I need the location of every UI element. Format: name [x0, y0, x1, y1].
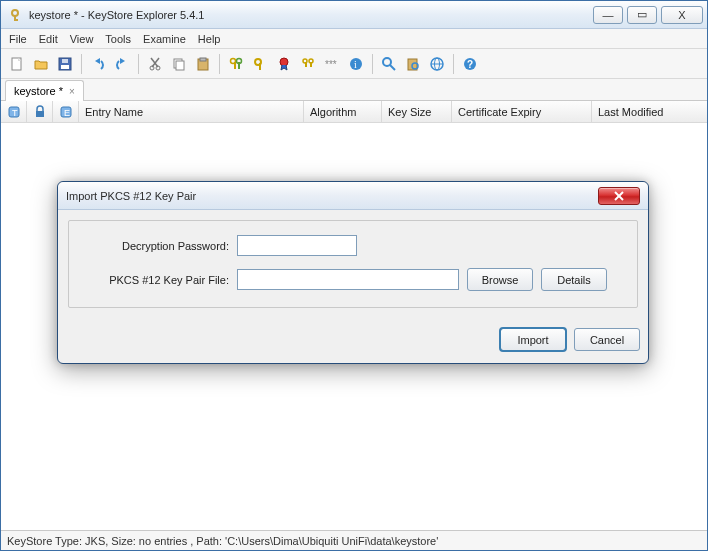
col-cert-expiry[interactable]: Certificate Expiry [452, 101, 592, 122]
menu-tools[interactable]: Tools [105, 33, 131, 45]
svg-rect-19 [234, 62, 236, 69]
menu-examine[interactable]: Examine [143, 33, 186, 45]
col-algorithm[interactable]: Algorithm [304, 101, 382, 122]
close-button[interactable]: X [661, 6, 703, 24]
dialog-body: Decryption Password: PKCS #12 Key Pair F… [58, 210, 648, 318]
svg-text:E: E [64, 108, 70, 118]
minimize-button[interactable]: — [593, 6, 623, 24]
new-file-icon[interactable] [7, 54, 27, 74]
open-folder-icon[interactable] [31, 54, 51, 74]
toolbar: *** i ? [1, 49, 707, 79]
maximize-button[interactable]: ▭ [627, 6, 657, 24]
svg-rect-6 [61, 65, 69, 69]
svg-point-24 [280, 58, 288, 66]
tab-keystore[interactable]: keystore * × [5, 80, 84, 101]
col-entry-name[interactable]: Entry Name [79, 101, 304, 122]
dialog-close-button[interactable] [598, 187, 640, 205]
details-button[interactable]: Details [541, 268, 607, 291]
decryption-password-label: Decryption Password: [81, 240, 229, 252]
tab-label: keystore * [14, 85, 63, 97]
svg-rect-23 [259, 63, 261, 70]
undo-icon[interactable] [88, 54, 108, 74]
properties-icon[interactable]: i [346, 54, 366, 74]
svg-rect-2 [14, 19, 18, 21]
help-icon[interactable]: ? [460, 54, 480, 74]
svg-text:?: ? [467, 59, 473, 70]
toolbar-separator [372, 54, 373, 74]
generate-secretkey-icon[interactable] [250, 54, 270, 74]
svg-marker-8 [95, 58, 100, 64]
dialog-actions: Import Cancel [58, 318, 648, 363]
menu-help[interactable]: Help [198, 33, 221, 45]
dialog-title: Import PKCS #12 Key Pair [66, 190, 196, 202]
title-bar[interactable]: keystore * - KeyStore Explorer 5.4.1 — ▭… [1, 1, 707, 29]
main-window: keystore * - KeyStore Explorer 5.4.1 — ▭… [0, 0, 708, 551]
toolbar-separator [453, 54, 454, 74]
svg-text:i: i [354, 59, 357, 70]
table-body[interactable]: Import PKCS #12 Key Pair Decryption Pass… [1, 123, 707, 530]
toolbar-separator [138, 54, 139, 74]
svg-rect-43 [36, 111, 44, 117]
import-pkcs12-dialog: Import PKCS #12 Key Pair Decryption Pass… [57, 181, 649, 364]
svg-rect-21 [238, 62, 240, 69]
status-text: KeyStore Type: JKS, Size: no entries , P… [7, 535, 438, 547]
import-keypair-icon[interactable] [298, 54, 318, 74]
col-type-icon[interactable]: T [1, 101, 27, 122]
svg-rect-7 [62, 59, 68, 63]
close-icon [613, 191, 625, 201]
window-title: keystore * - KeyStore Explorer 5.4.1 [29, 9, 204, 21]
col-expiry-icon[interactable]: E [53, 101, 79, 122]
col-last-modified[interactable]: Last Modified [592, 101, 707, 122]
examine-ssl-icon[interactable] [427, 54, 447, 74]
svg-marker-9 [120, 58, 125, 64]
import-button[interactable]: Import [500, 328, 566, 351]
status-bar: KeyStore Type: JKS, Size: no entries , P… [1, 530, 707, 550]
dialog-input-group: Decryption Password: PKCS #12 Key Pair F… [68, 220, 638, 308]
svg-text:***: *** [325, 59, 337, 70]
col-lock-icon[interactable] [27, 101, 53, 122]
svg-rect-26 [305, 62, 307, 67]
generate-keypair-icon[interactable] [226, 54, 246, 74]
table-header: T E Entry Name Algorithm Key Size Certif… [1, 101, 707, 123]
svg-rect-17 [200, 58, 206, 61]
tab-close-icon[interactable]: × [69, 86, 75, 97]
svg-point-32 [383, 58, 391, 66]
cut-icon[interactable] [145, 54, 165, 74]
menu-edit[interactable]: Edit [39, 33, 58, 45]
keypair-file-label: PKCS #12 Key Pair File: [81, 274, 229, 286]
toolbar-separator [219, 54, 220, 74]
browse-button[interactable]: Browse [467, 268, 533, 291]
menu-bar: File Edit View Tools Examine Help [1, 29, 707, 49]
svg-text:T: T [12, 108, 18, 118]
examine-file-icon[interactable] [379, 54, 399, 74]
svg-rect-15 [176, 61, 184, 70]
decryption-password-input[interactable] [237, 235, 357, 256]
copy-icon[interactable] [169, 54, 189, 74]
import-cert-icon[interactable] [274, 54, 294, 74]
keypair-file-input[interactable] [237, 269, 459, 290]
menu-view[interactable]: View [70, 33, 94, 45]
redo-icon[interactable] [112, 54, 132, 74]
svg-rect-28 [310, 62, 312, 67]
menu-file[interactable]: File [9, 33, 27, 45]
dialog-title-bar[interactable]: Import PKCS #12 Key Pair [58, 182, 648, 210]
cancel-button[interactable]: Cancel [574, 328, 640, 351]
svg-line-33 [390, 65, 395, 70]
col-key-size[interactable]: Key Size [382, 101, 452, 122]
paste-icon[interactable] [193, 54, 213, 74]
tab-bar: keystore * × [1, 79, 707, 101]
toolbar-separator [81, 54, 82, 74]
set-password-icon[interactable]: *** [322, 54, 342, 74]
save-disk-icon[interactable] [55, 54, 75, 74]
app-icon [7, 7, 23, 23]
examine-clipboard-icon[interactable] [403, 54, 423, 74]
